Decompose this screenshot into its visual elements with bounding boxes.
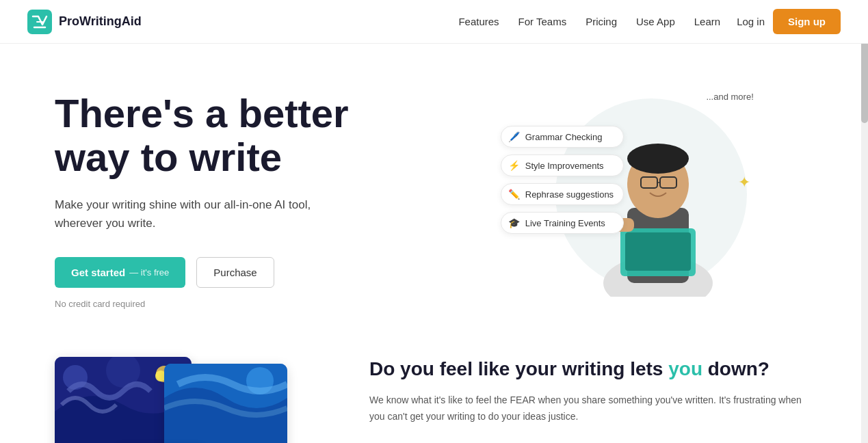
nav-features[interactable]: Features bbox=[458, 16, 499, 27]
hero-content: There's a better way to write Make your … bbox=[55, 85, 421, 309]
front-art-svg bbox=[164, 364, 287, 443]
logo[interactable]: ProWritingAid bbox=[27, 10, 142, 34]
nav-use-app[interactable]: Use App bbox=[636, 16, 675, 27]
nav-for-teams[interactable]: For Teams bbox=[518, 16, 567, 27]
hero-visual: ...and more! ✦ 🖊️ Grammar Checking ⚡ Sty… bbox=[501, 85, 761, 290]
section2-artwork: My idea in my head bbox=[55, 350, 315, 443]
section2-content: Do you feel like your writing lets you d… bbox=[369, 350, 813, 425]
pill-rephrase: ✏️ Rephrase suggestions bbox=[501, 183, 624, 205]
pill-training: 🎓 Live Training Events bbox=[501, 212, 624, 234]
art-card-front bbox=[164, 364, 287, 443]
hero-heading: There's a better way to write bbox=[55, 92, 421, 179]
style-icon: ⚡ bbox=[508, 160, 520, 171]
artwork-stack: My idea in my head bbox=[55, 350, 287, 443]
navigation: ProWritingAid Features For Teams Pricing… bbox=[0, 0, 868, 44]
nav-pricing[interactable]: Pricing bbox=[586, 16, 617, 27]
hero-section: There's a better way to write Make your … bbox=[0, 44, 868, 336]
login-button[interactable]: Log in bbox=[737, 16, 765, 27]
section2: My idea in my head Do you feel like your… bbox=[0, 336, 868, 443]
get-started-button[interactable]: Get started — it's free bbox=[55, 257, 185, 288]
no-credit-card-note: No credit card required bbox=[55, 299, 421, 309]
sparkle-icon: ✦ bbox=[738, 174, 750, 191]
more-tag: ...and more! bbox=[706, 92, 753, 102]
scrollbar-track[interactable] bbox=[861, 0, 868, 443]
grammar-icon: 🖊️ bbox=[508, 131, 520, 142]
logo-icon bbox=[27, 10, 52, 34]
section2-body: We know what it's like to feel the FEAR … bbox=[369, 392, 813, 425]
hero-visual-area: ...and more! ✦ 🖊️ Grammar Checking ⚡ Sty… bbox=[448, 85, 814, 304]
hero-buttons: Get started — it's free Purchase bbox=[55, 257, 421, 288]
purchase-button[interactable]: Purchase bbox=[196, 257, 274, 288]
hero-subtext: Make your writing shine with our all-in-… bbox=[55, 196, 342, 232]
rephrase-icon: ✏️ bbox=[508, 189, 520, 200]
nav-links: Features For Teams Pricing Use App Learn bbox=[458, 16, 720, 27]
feature-pills: 🖊️ Grammar Checking ⚡ Style Improvements… bbox=[501, 126, 624, 234]
nav-learn[interactable]: Learn bbox=[694, 16, 720, 27]
logo-text: ProWritingAid bbox=[59, 14, 142, 29]
training-icon: 🎓 bbox=[508, 217, 520, 228]
pill-grammar: 🖊️ Grammar Checking bbox=[501, 126, 624, 148]
svg-point-4 bbox=[627, 144, 689, 174]
svg-rect-9 bbox=[625, 232, 691, 271]
signup-button[interactable]: Sign up bbox=[773, 9, 841, 34]
pill-style: ⚡ Style Improvements bbox=[501, 155, 624, 176]
section2-heading: Do you feel like your writing lets you d… bbox=[369, 357, 813, 381]
